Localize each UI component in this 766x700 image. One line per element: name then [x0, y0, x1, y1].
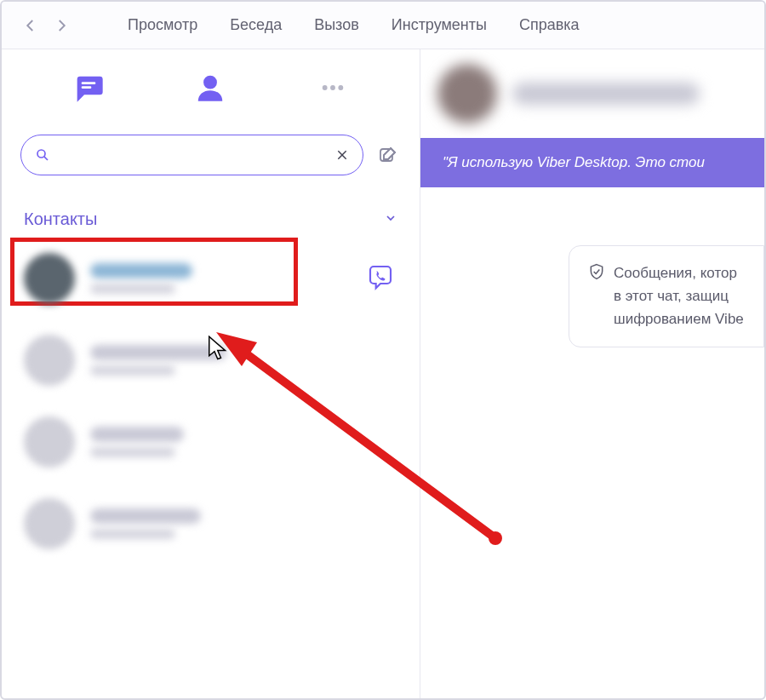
contact-row[interactable]: [2, 401, 420, 483]
search-icon: [35, 147, 50, 163]
contact-name: [90, 345, 226, 360]
banner-text: "Я использую Viber Desktop. Это стои: [443, 154, 705, 171]
left-panel: Контакты: [2, 49, 420, 698]
encryption-notice: Сообщения, котор в этот чат, защиц шифро…: [569, 245, 764, 347]
person-icon: [194, 72, 226, 104]
contacts-section-title: Контакты: [24, 209, 97, 229]
tab-contacts[interactable]: [193, 71, 227, 105]
chat-bubble-icon: [71, 71, 106, 105]
svg-point-4: [330, 85, 335, 90]
contacts-list: [2, 238, 420, 698]
chat-contact-name: [512, 83, 700, 105]
encryption-line3: шифрованием Vibe: [614, 311, 744, 327]
avatar: [24, 253, 75, 304]
contact-subtitle: [90, 529, 175, 539]
avatar: [24, 335, 75, 386]
contact-row[interactable]: [2, 483, 420, 565]
nav-forward-button[interactable]: [46, 10, 77, 41]
chat-header: [420, 49, 764, 138]
avatar: [24, 416, 75, 468]
viber-icon: [367, 263, 394, 290]
menu-help[interactable]: Справка: [519, 16, 580, 34]
compose-button[interactable]: [375, 142, 401, 168]
chat-panel: "Я использую Viber Desktop. Это стои Соо…: [420, 49, 764, 698]
contact-name: [90, 427, 184, 442]
menu-tools[interactable]: Инструменты: [392, 16, 487, 34]
svg-point-2: [204, 76, 218, 89]
left-tabs: [2, 49, 420, 126]
encryption-line2: в этот чат, защиц: [614, 288, 729, 304]
menu-items: Просмотр Беседа Вызов Инструменты Справк…: [128, 16, 580, 34]
menubar: Просмотр Беседа Вызов Инструменты Справк…: [2, 2, 764, 49]
contacts-section-header[interactable]: Контакты: [2, 184, 420, 238]
tab-more[interactable]: [316, 71, 350, 105]
encryption-line1: Сообщения, котор: [614, 265, 737, 281]
status-banner: "Я использую Viber Desktop. Это стои: [420, 138, 764, 187]
avatar: [24, 498, 75, 549]
menu-view[interactable]: Просмотр: [128, 16, 197, 34]
search-input[interactable]: [50, 147, 335, 163]
menu-chat[interactable]: Беседа: [230, 16, 282, 34]
compose-icon: [378, 145, 398, 165]
more-horizontal-icon: [319, 74, 346, 101]
contact-subtitle: [90, 284, 175, 294]
tab-chats[interactable]: [71, 71, 106, 105]
menu-call[interactable]: Вызов: [314, 16, 359, 34]
chevron-down-icon[interactable]: [384, 211, 397, 228]
svg-point-3: [323, 85, 328, 90]
shield-icon: [588, 263, 605, 280]
contact-subtitle: [90, 365, 175, 376]
svg-rect-0: [81, 82, 95, 84]
contact-subtitle: [90, 447, 175, 457]
search-row: [2, 126, 420, 184]
svg-point-6: [37, 150, 45, 158]
contact-name: [90, 508, 201, 524]
app-window: Просмотр Беседа Вызов Инструменты Справк…: [0, 0, 766, 700]
nav-back-button[interactable]: [15, 10, 46, 41]
viber-call-button[interactable]: [367, 263, 394, 294]
svg-line-7: [44, 157, 48, 160]
clear-search-icon[interactable]: [335, 148, 349, 162]
svg-rect-1: [81, 86, 91, 89]
contact-row[interactable]: [2, 319, 420, 401]
contact-row[interactable]: [2, 238, 420, 319]
search-box[interactable]: [20, 135, 363, 175]
chat-avatar[interactable]: [437, 64, 497, 123]
contact-name: [90, 263, 192, 278]
svg-point-5: [339, 85, 344, 90]
